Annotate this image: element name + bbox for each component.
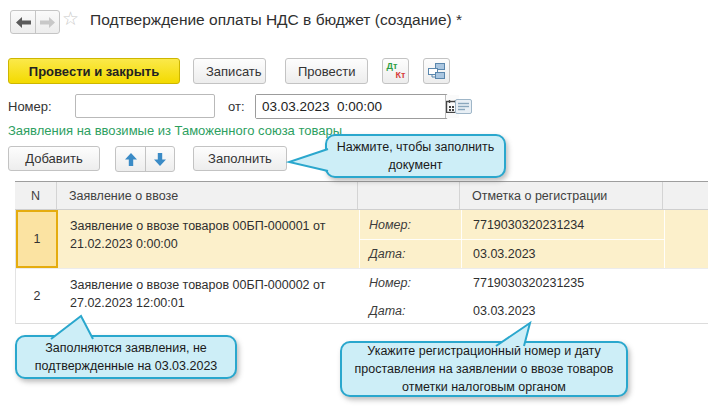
reg-number-value[interactable]: 7719030320231234: [473, 218, 658, 232]
arrow-up-icon: [125, 153, 137, 166]
column-header-num: N: [15, 182, 57, 209]
post-button[interactable]: Провести: [285, 58, 368, 84]
fill-hint-callout: Нажмите, чтобы заполнить документ: [325, 134, 506, 178]
reg-number-value[interactable]: 7719030320231235: [473, 276, 658, 290]
dtkt-icon: Дт Кт: [386, 61, 406, 81]
fill-note-callout: Заполняются заявления, не подтвержденные…: [15, 335, 237, 379]
move-buttons: [115, 146, 175, 172]
post-and-close-button[interactable]: Провести и закрыть: [8, 58, 180, 84]
comment-button[interactable]: [455, 99, 472, 114]
move-down-button[interactable]: [145, 147, 174, 171]
date-field: [255, 94, 448, 119]
callout-tail: [492, 320, 536, 347]
dtkt-button[interactable]: Дт Кт: [382, 58, 409, 84]
number-label: Номер:: [8, 99, 52, 114]
date-label: от:: [228, 99, 245, 114]
fill-button[interactable]: Заполнить: [193, 146, 287, 171]
registration-note-callout: Укажите регистрационный номер и дату про…: [340, 341, 628, 397]
related-documents-icon: [428, 63, 445, 79]
column-header-spacer: [358, 182, 460, 209]
table-row[interactable]: 2 Заявление о ввозе товаров 00БП-000002 …: [15, 268, 708, 324]
fill-note-text: Заполняются заявления, не подтвержденные…: [25, 339, 227, 375]
history-nav: [10, 10, 60, 34]
column-header-application: Заявление о ввозе: [57, 182, 358, 209]
arrow-left-icon: [16, 17, 31, 28]
registration-note-text: Укажите регистрационный номер и дату про…: [350, 342, 618, 396]
back-button[interactable]: [11, 11, 35, 33]
column-header-mark: Отметка о регистрации: [460, 182, 663, 209]
application-cell[interactable]: Заявление о ввозе товаров 00БП-000002 от…: [70, 276, 350, 312]
number-input[interactable]: [75, 94, 215, 118]
document-window: ☆ Подтверждение оплаты НДС в бюджет (соз…: [0, 0, 710, 407]
page-title: Подтверждение оплаты НДС в бюджет (созда…: [90, 11, 462, 29]
callout-tail: [286, 146, 330, 174]
forward-button[interactable]: [35, 11, 59, 33]
reg-number-label: Номер:: [369, 218, 464, 232]
reg-date-label: Дата:: [369, 247, 464, 261]
row-number-cell[interactable]: 1: [16, 210, 58, 268]
arrow-right-icon: [40, 17, 55, 28]
callout-tail: [45, 314, 97, 340]
reg-date-value[interactable]: 03.03.2023: [473, 247, 658, 261]
table-header-row: N Заявление о ввозе Отметка о регистраци…: [15, 181, 708, 210]
table-row[interactable]: 1 Заявление о ввозе товаров 00БП-000001 …: [15, 210, 708, 268]
save-button[interactable]: Записать: [193, 58, 266, 84]
arrow-down-icon: [154, 153, 166, 166]
related-documents-button[interactable]: [423, 58, 450, 84]
section-title: Заявления на ввозимые из Таможенного сою…: [8, 123, 342, 138]
text-lines-icon: [455, 99, 472, 114]
reg-date-value[interactable]: 03.03.2023: [473, 304, 658, 318]
favorite-star-icon[interactable]: ☆: [62, 9, 79, 28]
add-button[interactable]: Добавить: [8, 146, 100, 171]
move-up-button[interactable]: [116, 147, 145, 171]
applications-table: N Заявление о ввозе Отметка о регистраци…: [15, 181, 708, 324]
reg-date-label: Дата:: [369, 304, 464, 318]
reg-number-label: Номер:: [369, 276, 464, 290]
date-input[interactable]: [256, 95, 445, 118]
application-cell[interactable]: Заявление о ввозе товаров 00БП-000001 от…: [70, 217, 350, 253]
fill-hint-text: Нажмите, чтобы заполнить документ: [335, 138, 496, 174]
column-header-trailing: [663, 182, 708, 209]
